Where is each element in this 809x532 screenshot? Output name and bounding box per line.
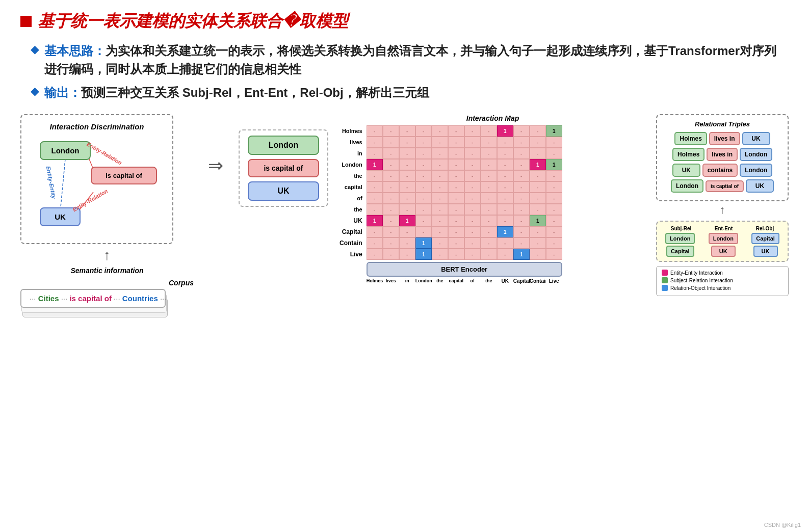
is-cell-1-1: Capital [666, 246, 694, 257]
cell-4-9: - [513, 170, 530, 181]
cell-11-11: - [546, 249, 562, 260]
col-lives: lives [383, 278, 399, 284]
bullet-2: 输出：预测三种交互关系 Subj-Rel，Ent-Ent，Rel-Obj，解析出… [44, 84, 429, 102]
cell-1-2: - [399, 137, 415, 148]
col-Live: Live [546, 278, 562, 284]
cell-11-8: - [497, 249, 513, 260]
im-row-london: London [340, 159, 364, 170]
corpus-ellipsis-3: ··· [112, 294, 122, 303]
cell-0-0: - [367, 125, 383, 137]
cell-7-7: - [481, 204, 497, 215]
rt-row-2: UK contains London [662, 164, 782, 177]
output-capital: is capital of [248, 159, 319, 177]
cell-10-11: - [546, 237, 562, 249]
bullet-1: 基本思路：为实体和关系建立统一的表示，将候选关系转换为自然语言文本，并与输入句子… [44, 42, 789, 78]
is-col-title-ent: Ent-Ent [715, 226, 733, 231]
cell-0-2: - [399, 125, 415, 137]
cell-11-7: - [481, 249, 497, 260]
cell-3-10: 1 [530, 159, 546, 170]
bullet-1-text: 为实体和关系建立统一的表示，将候选关系转换为自然语言文本，并与输入句子一起形成连… [44, 44, 776, 76]
cell-10-4: - [432, 237, 448, 249]
cell-11-4: - [432, 249, 448, 260]
cell-3-2: - [399, 159, 415, 170]
cell-10-8: - [497, 237, 513, 249]
im-row-of: of [340, 193, 364, 204]
legend-box: Entity-Entity Interaction Subject-Relati… [656, 266, 789, 296]
cell-2-11: - [546, 148, 562, 159]
up-arrow-icon: ↑ [20, 247, 194, 263]
relational-triples-box: Relational Triples Holmes lives in UK Ho… [656, 114, 789, 201]
up-arrow-2-icon: ↑ [656, 203, 789, 217]
cell-5-8: - [497, 181, 513, 193]
legend-label-1: Subject-Relation Interaction [670, 278, 733, 283]
rt-cell-2-0: UK [672, 164, 700, 177]
legend-row-2: Relation-Object Interaction [662, 285, 783, 291]
cell-2-2: - [399, 148, 415, 159]
cell-4-5: - [448, 170, 464, 181]
cell-6-4: - [432, 193, 448, 204]
legend-dot-1 [662, 277, 668, 283]
cell-4-6: - [464, 170, 481, 181]
cell-11-5: - [448, 249, 464, 260]
is-cell-3-1: UK [753, 246, 778, 257]
cell-6-2: - [399, 193, 415, 204]
cell-6-5: - [448, 193, 464, 204]
cell-9-3: - [415, 226, 432, 237]
cell-8-6: - [464, 215, 481, 226]
cell-9-9: - [513, 226, 530, 237]
cell-4-8: - [497, 170, 513, 181]
cell-1-11: - [546, 137, 562, 148]
col-capital: capital [448, 278, 464, 284]
cell-10-0: - [367, 237, 383, 249]
bullet-2-label: 输出： [44, 86, 81, 99]
rt-cell-1-2: London [740, 148, 772, 161]
im-row-Live: Live [340, 249, 364, 260]
is-col-3: Capital UK [751, 233, 779, 257]
cell-7-1: - [383, 204, 399, 215]
title-square-icon [20, 16, 32, 27]
legend-label-0: Entity-Entity Interaction [670, 270, 723, 276]
col-of: of [464, 278, 481, 284]
cell-6-11: - [546, 193, 562, 204]
cell-0-11: 1 [546, 125, 562, 137]
cell-11-6: - [464, 249, 481, 260]
cell-3-9: - [513, 159, 530, 170]
is-cell-1-0: London [665, 233, 695, 244]
interaction-sub-body: London Capital London UK Capital UK [660, 233, 785, 257]
cell-6-10: - [530, 193, 546, 204]
semantic-info-label: Semantic information [20, 267, 194, 275]
cell-3-8: - [497, 159, 513, 170]
rt-cell-1-0: Holmes [672, 148, 704, 161]
cell-3-1: - [383, 159, 399, 170]
cell-8-4: - [432, 215, 448, 226]
cell-6-1: - [383, 193, 399, 204]
bullet-1-label: 基本思路： [44, 44, 106, 58]
im-row-the: the [340, 170, 364, 181]
cell-1-6: - [464, 137, 481, 148]
cell-7-8: - [497, 204, 513, 215]
cell-5-9: - [513, 181, 530, 193]
rt-cell-0-2: UK [742, 132, 770, 145]
cell-2-0: - [367, 148, 383, 159]
cell-5-6: - [464, 181, 481, 193]
cell-10-7: - [481, 237, 497, 249]
cell-2-8: - [497, 148, 513, 159]
cell-10-1: - [383, 237, 399, 249]
cell-4-1: - [383, 170, 399, 181]
cell-8-8: - [497, 215, 513, 226]
cell-11-10: - [530, 249, 546, 260]
interaction-disc-box: Interaction Discrimination London is cap… [20, 114, 173, 244]
cell-9-5: - [448, 226, 464, 237]
rt-cell-2-2: London [740, 164, 772, 177]
cell-8-5: - [448, 215, 464, 226]
is-cell-3-0: Capital [751, 233, 779, 244]
cell-7-9: - [513, 204, 530, 215]
is-col-title-rel: Rel-Obj [756, 226, 774, 231]
node-capital: is capital of [91, 167, 157, 184]
im-row-uk: UK [340, 215, 364, 226]
cell-10-2: - [399, 237, 415, 249]
legend-row-0: Entity-Entity Interaction [662, 270, 783, 276]
cell-3-3: - [415, 159, 432, 170]
cell-6-9: - [513, 193, 530, 204]
corpus-capital: is capital of [69, 294, 112, 303]
